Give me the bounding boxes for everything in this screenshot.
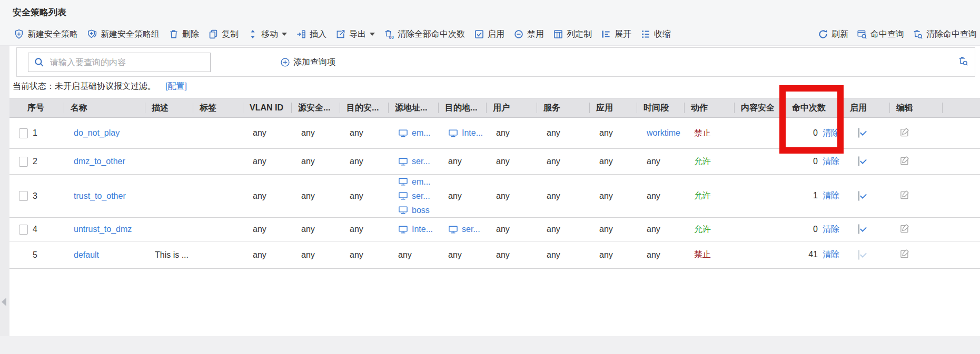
search-input[interactable] [49,57,210,68]
hit-query-button-label: 命中查询 [870,29,904,40]
host-monitor-icon [398,225,408,234]
clear-all-hits-button-label: 清除全部命中次数 [398,29,465,40]
host-monitor-icon [398,191,408,200]
clear-hits-link[interactable]: 清除 [823,157,839,166]
collapse-button[interactable]: 收缩 [640,29,671,40]
new-policy-button[interactable]: 新建安全策略 [14,29,78,40]
cell-value: any [496,250,510,259]
collapse-list-icon [640,29,651,39]
cell-enable [844,175,890,218]
cell-value: any [599,157,613,166]
address-object-link[interactable]: ser... [462,225,480,234]
cell-enable [844,241,890,269]
clear-hits-link[interactable]: 清除 [823,128,839,137]
clear-hit-query-button[interactable]: 清除命中查询 [913,29,977,40]
cell-value: any [496,128,510,137]
edit-button[interactable] [899,189,910,200]
edit-button[interactable] [899,127,910,138]
time-range-value: any [647,225,660,234]
new-policy-group-button[interactable]: 新建安全策略组 [87,29,160,40]
insert-button[interactable]: 插入 [296,29,326,40]
cell-filler [943,175,980,218]
address-object-link[interactable]: ser... [412,157,430,166]
sidebar-collapse-handle[interactable] [2,298,6,306]
expand-button[interactable]: 展开 [601,29,631,40]
address-object-link[interactable]: em... [412,128,431,138]
refresh-icon [818,29,828,39]
cell-content-security [735,118,786,149]
column-customize-button[interactable]: 列定制 [553,29,592,40]
cell-edit [890,241,943,269]
policy-name-link[interactable]: dmz_to_other [74,157,125,166]
delete-button[interactable]: 删除 [169,29,199,40]
address-object-link[interactable]: ser... [412,191,430,201]
refresh-button-label: 刷新 [831,29,848,40]
row-select-checkbox[interactable] [19,128,28,138]
column-header-time: 时间段 [637,98,685,118]
cell-name: trust_to_other [64,175,145,218]
address-object-link[interactable]: em... [412,177,431,187]
clear-hits-link[interactable]: 清除 [823,225,839,234]
host-monitor-icon [398,177,408,186]
cell-value: any [350,250,363,259]
enable-checkbox[interactable] [858,156,859,166]
policy-name-link[interactable]: trust_to_other [74,191,126,200]
config-link[interactable]: [配置] [165,81,187,92]
policy-table-wrap: 序号名称描述标签VLAN ID源安全...目的安...源地址...目的地...用… [9,98,980,269]
column-header-app: 应用 [590,98,637,118]
cell-value: any [496,157,510,166]
cell-value: any [253,250,266,259]
clear-all-hits-button[interactable]: 00清除全部命中次数 [384,29,465,40]
hit-query-button[interactable]: 命中查询 [857,29,904,40]
address-object-link[interactable]: Inte... [412,225,433,234]
row-select-checkbox[interactable] [19,157,28,167]
disable-button-label: 禁用 [527,29,544,40]
edit-button[interactable] [899,223,910,234]
time-range-link[interactable]: worktime [647,128,680,137]
cell-edit [890,118,943,149]
clear-hits-link[interactable]: 清除 [823,191,839,200]
column-header-tag: 标签 [193,98,243,118]
cell-value: any [253,191,266,200]
enable-checkbox[interactable] [858,128,859,138]
row-select-checkbox[interactable] [19,225,28,235]
edit-button[interactable] [899,248,910,259]
cell-content-security [735,218,786,241]
address-value: any [448,250,462,259]
row-seq: 1 [33,128,37,138]
enable-checkbox[interactable] [858,250,859,260]
new-policy-button-label: 新建安全策略 [27,29,78,40]
edit-button[interactable] [899,155,910,166]
move-button[interactable]: 移动 [248,29,287,40]
column-header-dst-zone: 目的安... [340,98,389,118]
refresh-button[interactable]: 刷新 [818,29,848,40]
cell-seq: 5 [9,241,64,269]
enable-checkbox[interactable] [858,224,859,234]
clear-hits-link[interactable]: 清除 [823,250,839,259]
add-query-button[interactable]: 添加查询项 [280,48,335,76]
policy-name-link[interactable]: do_not_play [74,128,120,137]
cell-tag [193,241,243,269]
policy-name-link[interactable]: untrust_to_dmz [74,225,132,234]
cell-value: any [547,157,560,166]
policy-table: 序号名称描述标签VLAN ID源安全...目的安...源地址...目的地...用… [9,98,980,269]
address-object-link[interactable]: boss [412,206,430,215]
enable-button[interactable]: 启用 [474,29,504,40]
hit-count-value: 0 [813,225,818,234]
copy-button[interactable]: 复制 [208,29,239,40]
export-button[interactable]: 导出 [335,29,375,40]
toolbar-right: 刷新命中查询清除命中查询 [818,23,977,45]
cell-filler [943,149,980,175]
row-select-checkbox[interactable] [19,191,28,201]
hit-count-value: 0 [813,157,818,166]
clear-query-trash-search-icon[interactable] [958,56,968,66]
disable-button[interactable]: 禁用 [513,29,544,40]
minus-circle-icon [513,29,524,39]
cell-tag [193,218,243,241]
address-value: any [398,250,412,259]
enable-checkbox[interactable] [858,191,859,201]
cell-value: any [301,191,315,200]
cell-name: do_not_play [64,118,145,149]
policy-name-link[interactable]: default [74,250,99,259]
address-object-link[interactable]: Inte... [462,128,483,138]
